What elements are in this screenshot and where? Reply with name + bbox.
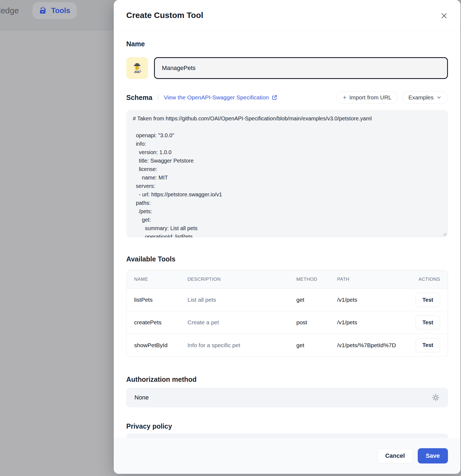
column-header-description: DESCRIPTION (188, 277, 296, 282)
magic-box-icon (39, 6, 48, 15)
tool-name-cell: listPets (134, 297, 188, 303)
gear-icon[interactable] (432, 393, 440, 402)
table-header-row: NAME DESCRIPTION METHOD PATH ACTIONS (127, 270, 448, 289)
name-row (126, 57, 448, 79)
cancel-button[interactable]: Cancel (377, 448, 413, 463)
modal-header: Create Custom Tool (114, 0, 460, 30)
tool-description-cell: Info for a specific pet (188, 342, 296, 349)
tool-path-cell: /v1/pets (337, 319, 410, 326)
external-link-icon (272, 94, 278, 100)
available-tools-heading: Available Tools (126, 254, 448, 264)
schema-row: Schema View the OpenAPI-Swagger Specific… (126, 91, 448, 104)
save-button[interactable]: Save (418, 448, 448, 463)
authorization-method-heading: Authorization method (126, 375, 448, 384)
examples-button[interactable]: Examples (402, 91, 448, 104)
tool-path-cell: /v1/pets (337, 297, 410, 303)
tool-path-cell: /v1/pets/%7BpetId%7D (337, 342, 410, 349)
test-button[interactable]: Test (416, 338, 440, 352)
table-row: showPetById Info for a specific pet get … (127, 334, 448, 356)
import-from-url-label: Import from URL (349, 94, 392, 101)
tab-knowledge-partial[interactable]: ledge (0, 6, 19, 15)
tool-description-cell: Create a pet (188, 319, 296, 326)
table-row: createPets Create a pet post /v1/pets Te… (127, 311, 448, 334)
tab-tools[interactable]: Tools (32, 2, 77, 19)
modal-body: Name (114, 39, 460, 443)
chevron-down-icon (436, 95, 442, 100)
modal-title: Create Custom Tool (126, 11, 203, 20)
available-tools-table: NAME DESCRIPTION METHOD PATH ACTIONS lis… (126, 270, 448, 357)
spec-link-text: View the OpenAPI-Swagger Specification (164, 94, 269, 101)
detective-emoji (131, 62, 143, 74)
tool-method-cell: get (296, 342, 337, 349)
openapi-spec-link[interactable]: View the OpenAPI-Swagger Specification (164, 94, 278, 101)
schema-label: Schema (126, 93, 152, 102)
x-icon (441, 12, 448, 19)
tool-name-cell: createPets (134, 319, 188, 326)
tool-name-input[interactable] (154, 57, 448, 79)
authorization-method-field[interactable]: None (126, 388, 448, 407)
column-header-method: METHOD (296, 277, 337, 282)
schema-code: # Taken from https://github.com/OAI/Open… (133, 114, 441, 237)
schema-editor[interactable]: # Taken from https://github.com/OAI/Open… (126, 110, 448, 237)
tool-description-cell: List all pets (188, 297, 296, 303)
close-button[interactable] (439, 11, 449, 21)
name-label: Name (126, 39, 448, 48)
table-row: listPets List all pets get /v1/pets Test (127, 289, 448, 311)
privacy-policy-heading: Privacy policy (126, 422, 448, 431)
modal-footer: Cancel Save (114, 438, 460, 474)
emoji-picker-button[interactable] (126, 57, 148, 79)
examples-label: Examples (408, 94, 434, 101)
column-header-actions: ACTIONS (410, 277, 440, 282)
column-header-path: PATH (337, 277, 410, 282)
test-button[interactable]: Test (416, 315, 440, 329)
tools-tab-label: Tools (51, 7, 70, 15)
plus-icon: + (343, 94, 347, 101)
authorization-method-value: None (134, 394, 149, 401)
resize-handle-icon[interactable] (442, 232, 447, 236)
tool-method-cell: post (296, 319, 337, 326)
tool-method-cell: get (296, 297, 337, 303)
divider (158, 94, 158, 100)
test-button[interactable]: Test (416, 293, 440, 307)
table-body: listPets List all pets get /v1/pets Test… (127, 289, 448, 356)
tool-name-cell: showPetById (134, 342, 188, 349)
column-header-name: NAME (134, 277, 188, 282)
import-from-url-button[interactable]: + Import from URL (337, 91, 398, 104)
create-custom-tool-modal: Create Custom Tool Name (114, 0, 460, 474)
